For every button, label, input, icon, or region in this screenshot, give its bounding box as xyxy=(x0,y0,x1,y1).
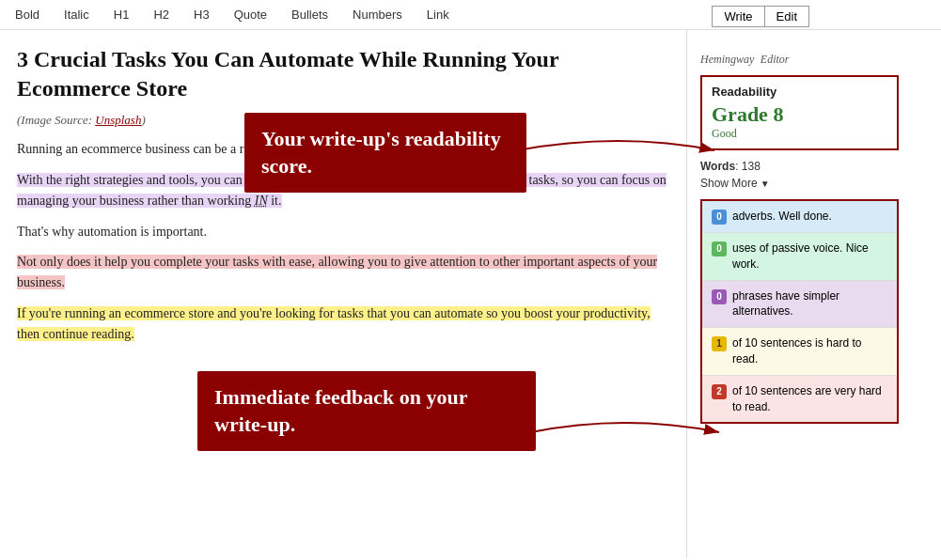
badge-simpler: 0 xyxy=(712,289,727,304)
words-count: 138 xyxy=(742,160,761,173)
feedback-adverbs-text: adverbs. Well done. xyxy=(732,209,832,225)
chevron-down-icon: ▼ xyxy=(761,179,770,189)
paragraph-4: Not only does it help you complete your … xyxy=(17,252,669,294)
feedback-passive: 0 uses of passive voice. Nice work. xyxy=(702,232,897,280)
feedback-simpler: 0 phrases have simpler alternatives. xyxy=(702,280,897,328)
toolbar-numbers[interactable]: Numbers xyxy=(349,6,406,23)
show-more-button[interactable]: Show More ▼ xyxy=(700,177,899,190)
unsplash-link[interactable]: Unsplash xyxy=(95,113,141,127)
toolbar-bold[interactable]: Bold xyxy=(11,6,43,23)
content-area: 3 Crucial Tasks You Can Automate While R… xyxy=(0,30,686,558)
toolbar-h1[interactable]: H1 xyxy=(110,6,133,23)
toolbar: Bold Italic H1 H2 H3 Quote Bullets Numbe… xyxy=(0,0,941,30)
write-button[interactable]: Write xyxy=(712,6,763,27)
feedback-adverbs: 0 adverbs. Well done. xyxy=(702,201,897,232)
paragraph-5: If you're running an ecommerce store and… xyxy=(17,303,669,346)
readability-grade: Grade 8 xyxy=(712,102,887,127)
badge-passive: 0 xyxy=(712,241,727,257)
callout-feedback: Immediate feedback on your write-up. xyxy=(197,371,536,451)
feedback-simpler-text: phrases have simpler alternatives. xyxy=(732,288,887,320)
paragraph-3: That's why automation is important. xyxy=(17,222,669,242)
words-line: Words: 138 xyxy=(700,160,899,173)
feedback-very-hard-text: of 10 sentences are very hard to read. xyxy=(732,383,887,415)
toolbar-quote[interactable]: Quote xyxy=(230,6,271,23)
feedback-very-hard: 2 of 10 sentences are very hard to read. xyxy=(702,375,897,423)
toolbar-h3[interactable]: H3 xyxy=(190,6,213,23)
feedback-passive-text: uses of passive voice. Nice work. xyxy=(732,241,887,272)
logo-sub: Editor xyxy=(761,53,790,66)
main-layout: 3 Crucial Tasks You Can Automate While R… xyxy=(0,30,941,558)
sidebar: Hemingway Editor Readability Grade 8 Goo… xyxy=(686,30,912,558)
toolbar-bullets[interactable]: Bullets xyxy=(288,6,332,23)
article-title: 3 Crucial Tasks You Can Automate While R… xyxy=(17,45,669,103)
feedback-hard: 1 of 10 sentences is hard to read. xyxy=(702,327,897,375)
callout-readability: Your write-up's readability score. xyxy=(244,113,526,193)
write-edit-group: Write Edit xyxy=(712,6,809,27)
toolbar-link[interactable]: Link xyxy=(423,6,453,23)
feedback-hard-text: of 10 sentences is hard to read. xyxy=(732,335,887,367)
hemingway-logo: Hemingway Editor xyxy=(700,41,899,70)
word-in: IN xyxy=(255,194,268,208)
badge-very-hard: 2 xyxy=(712,384,727,399)
edit-button[interactable]: Edit xyxy=(764,6,809,27)
toolbar-italic[interactable]: Italic xyxy=(60,6,93,23)
feedback-panel: 0 adverbs. Well done. 0 uses of passive … xyxy=(700,199,899,424)
toolbar-h2[interactable]: H2 xyxy=(149,6,173,23)
readability-desc: Good xyxy=(712,127,887,141)
badge-adverbs: 0 xyxy=(712,210,727,225)
readability-box: Readability Grade 8 Good xyxy=(700,75,899,150)
badge-hard: 1 xyxy=(712,336,727,351)
readability-label: Readability xyxy=(712,85,887,99)
